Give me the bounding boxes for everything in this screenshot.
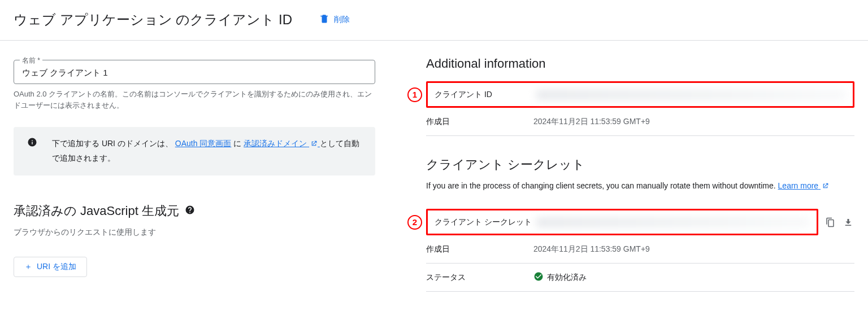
client-secret-value bbox=[536, 217, 810, 227]
name-input[interactable] bbox=[22, 68, 367, 78]
client-secrets-desc-text: If you are in the process of changing cl… bbox=[426, 181, 778, 190]
created-date-value-2: 2024年11月2日 11:53:59 GMT+9 bbox=[533, 244, 854, 254]
js-origins-subtitle: ブラウザからのリクエストに使用します bbox=[14, 227, 375, 238]
client-secret-row: 2 クライアント シークレット bbox=[426, 209, 818, 235]
open-in-new-icon-2 bbox=[822, 181, 829, 193]
delete-button-label: 削除 bbox=[334, 15, 350, 25]
check-circle-icon bbox=[533, 271, 544, 283]
created-date-value-1: 2024年11月2日 11:53:59 GMT+9 bbox=[533, 117, 854, 127]
status-row: ステータス 有効化済み bbox=[426, 264, 854, 292]
trash-icon bbox=[319, 14, 329, 25]
approved-domains-link-label: 承認済みドメイン bbox=[244, 139, 307, 148]
name-field-label: 名前 * bbox=[20, 56, 42, 65]
open-in-new-icon bbox=[310, 138, 318, 152]
client-secrets-title: クライアント シークレット bbox=[426, 156, 854, 173]
plus-icon: ＋ bbox=[24, 262, 32, 272]
approved-domains-link[interactable]: 承認済みドメイン bbox=[244, 139, 320, 148]
client-id-value bbox=[536, 90, 846, 100]
client-id-label: クライアント ID bbox=[435, 89, 536, 100]
help-icon[interactable] bbox=[185, 205, 195, 217]
callout-number-2: 2 bbox=[407, 215, 422, 230]
info-prefix: 下で追加する URI のドメインは、 bbox=[52, 139, 173, 148]
additional-info-title: Additional information bbox=[426, 56, 854, 71]
info-box: 下で追加する URI のドメインは、 OAuth 同意画面 に 承認済みドメイン… bbox=[14, 127, 375, 175]
status-value: 有効化済み bbox=[547, 273, 587, 283]
copy-icon[interactable] bbox=[824, 216, 836, 229]
name-field-container: 名前 * bbox=[14, 60, 375, 84]
status-label: ステータス bbox=[426, 271, 528, 283]
info-icon bbox=[27, 137, 38, 148]
js-origins-title: 承認済みの JavaScript 生成元 bbox=[14, 203, 179, 220]
oauth-consent-link[interactable]: OAuth 同意画面 bbox=[175, 139, 232, 148]
page-title: ウェブ アプリケーション のクライアント ID bbox=[14, 11, 292, 29]
created-date-label-2: 作成日 bbox=[426, 243, 528, 255]
client-id-row: 1 クライアント ID bbox=[426, 81, 854, 108]
created-date-row-2: 作成日 2024年11月2日 11:53:59 GMT+9 bbox=[426, 235, 854, 264]
status-value-wrap: 有効化済み bbox=[533, 271, 854, 283]
name-helper-text: OAuth 2.0 クライアントの名前。この名前はコンソールでクライアントを識別… bbox=[14, 89, 375, 111]
learn-more-label: Learn more bbox=[778, 181, 819, 190]
info-mid: に bbox=[233, 139, 241, 148]
add-uri-label: URI を追加 bbox=[37, 262, 76, 272]
created-date-label-1: 作成日 bbox=[426, 116, 528, 128]
delete-button[interactable]: 削除 bbox=[315, 10, 354, 29]
add-uri-button[interactable]: ＋ URI を追加 bbox=[14, 257, 87, 277]
info-text: 下で追加する URI のドメインは、 OAuth 同意画面 に 承認済みドメイン… bbox=[52, 137, 362, 165]
download-icon[interactable] bbox=[842, 216, 854, 229]
callout-number-1: 1 bbox=[407, 87, 422, 102]
learn-more-link[interactable]: Learn more bbox=[778, 181, 829, 190]
client-secret-label: クライアント シークレット bbox=[435, 216, 536, 228]
created-date-row-1: 作成日 2024年11月2日 11:53:59 GMT+9 bbox=[426, 108, 854, 136]
client-secrets-desc: If you are in the process of changing cl… bbox=[426, 180, 854, 193]
